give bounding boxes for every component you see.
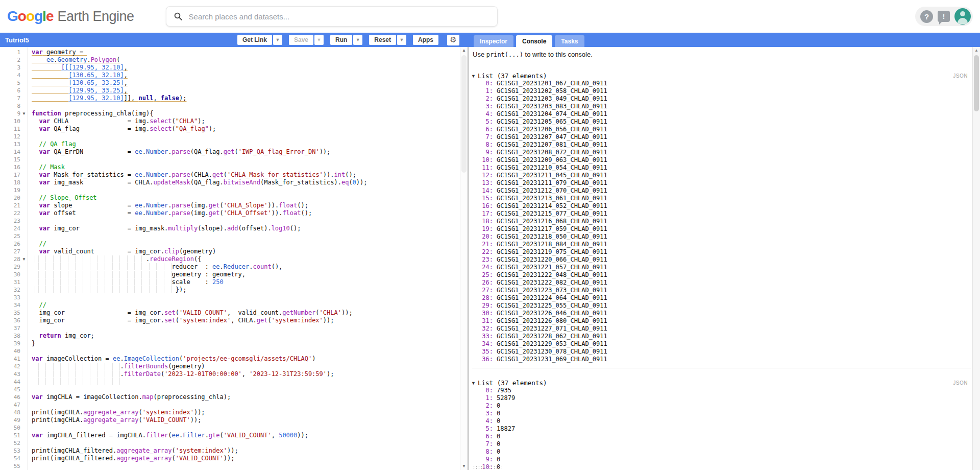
geometry-coordinate-link[interactable]: [[[129.95, 32.10] xyxy=(61,64,124,71)
get-link-button[interactable]: Get Link xyxy=(237,35,272,45)
line-number-label: 24 xyxy=(0,225,20,232)
line-number: 27 xyxy=(0,248,28,255)
code-token: parse xyxy=(172,148,190,155)
console-scroll-up-icon[interactable]: ▲ xyxy=(973,47,980,54)
code-token xyxy=(32,263,172,270)
console-scrollbar[interactable]: ▲ xyxy=(972,47,980,470)
fold-arrow-icon[interactable]: ▼ xyxy=(20,110,28,118)
code-token: , CHLA. xyxy=(231,317,257,324)
code-token: 'CHLA' xyxy=(320,309,341,316)
feedback-icon[interactable]: ! xyxy=(938,11,950,22)
code-line: // Slope、Offset xyxy=(32,194,460,202)
run-button[interactable]: Run xyxy=(330,35,352,45)
geometry-coordinate-link[interactable]: [130.65, 33.25] xyxy=(68,79,124,86)
save-dropdown-icon[interactable]: ▼ xyxy=(314,35,324,45)
code-line: var img_mask = CHLA.updateMask(QA_flag.b… xyxy=(32,179,460,186)
fold-spacer xyxy=(20,393,28,401)
line-number: 33 xyxy=(0,294,28,301)
line-number: 19 xyxy=(0,186,28,194)
console-list-item: 8:GC1SG1_20231207_081_CHLAD_0911 xyxy=(471,141,980,149)
fold-spacer xyxy=(20,363,28,370)
reset-dropdown-icon[interactable]: ▼ xyxy=(397,35,406,45)
code-token: , xyxy=(124,72,128,79)
fold-spacer xyxy=(20,355,28,363)
code-token: ee xyxy=(113,355,120,362)
fold-spacer xyxy=(20,432,28,439)
code-token: // QA flag xyxy=(39,140,76,148)
json-format-label[interactable]: JSON xyxy=(953,73,968,79)
code-token: CHLA = img. xyxy=(50,118,150,125)
fold-spacer xyxy=(20,133,28,140)
code-token: parse xyxy=(172,202,190,209)
list-item-index: 0: xyxy=(478,80,493,87)
code-token: ( xyxy=(224,171,227,178)
collapse-triangle-icon[interactable]: ▼ xyxy=(471,381,478,386)
code-token: . xyxy=(142,209,146,217)
list-item-index: 9: xyxy=(478,456,493,463)
list-item-value: GC1SG1_20231230_078_CHLAD_0911 xyxy=(497,348,607,355)
settings-gear-icon[interactable]: ⚙ xyxy=(447,35,459,45)
line-number-label: 31 xyxy=(0,278,20,286)
tab-inspector[interactable]: Inspector xyxy=(474,35,513,47)
code-token: img_cor = img_cor. xyxy=(32,309,164,316)
console-scroll-thumb[interactable] xyxy=(974,55,979,111)
code-token: ( xyxy=(172,447,176,454)
console-list-item: 11:GC1SG1_20231210_054_CHLAD_0911 xyxy=(471,164,980,172)
list-item-value: GC1SG1_20231204_074_CHLAD_0911 xyxy=(497,110,607,118)
editor-scrollbar[interactable]: ▲ ▼ xyxy=(460,47,468,470)
geometry-coordinate-link[interactable]: [129.95, 33.25] xyxy=(68,87,124,94)
fold-spacer xyxy=(20,340,28,347)
run-dropdown-icon[interactable]: ▼ xyxy=(353,35,362,45)
code-token: (); xyxy=(290,225,301,232)
fold-arrow-icon[interactable]: ▼ xyxy=(20,255,28,263)
line-number-label: 3 xyxy=(0,64,20,72)
save-button[interactable]: Save xyxy=(289,35,313,45)
json-format-label[interactable]: JSON xyxy=(953,380,968,386)
get-link-dropdown-icon[interactable]: ▼ xyxy=(273,35,282,45)
list-item-value: 0 xyxy=(497,402,500,409)
code-token: ( xyxy=(172,455,176,462)
list-item-value: GC1SG1_20231229_053_CHLAD_0911 xyxy=(497,340,607,347)
collapse-triangle-icon[interactable]: ▼ xyxy=(471,74,478,79)
apps-button[interactable]: Apps xyxy=(413,35,438,45)
code-token: geometry : geometry, xyxy=(172,271,246,278)
code-token: var xyxy=(39,118,50,125)
line-number: 31 xyxy=(0,278,28,286)
reset-button[interactable]: Reset xyxy=(369,35,396,45)
help-icon[interactable]: ? xyxy=(920,10,933,23)
list-item-value: 0 xyxy=(497,456,500,463)
line-number-label: 16 xyxy=(0,163,20,171)
list-item-value: GC1SG1_20231217_059_CHLAD_0911 xyxy=(497,225,607,232)
line-number-label: 4 xyxy=(0,72,20,79)
list-item-value: GC1SG1_20231224_064_CHLAD_0911 xyxy=(497,294,607,301)
resize-grip[interactable] xyxy=(473,465,502,469)
editor-scroll-thumb[interactable] xyxy=(461,55,467,173)
line-number: 17 xyxy=(0,171,28,179)
geometry-coordinate-link[interactable]: [130.65, 32.10] xyxy=(68,72,124,79)
search-box[interactable] xyxy=(166,6,498,27)
console-list-item: 19:GC1SG1_20231217_059_CHLAD_0911 xyxy=(471,225,980,233)
code-editor[interactable]: var geometry = ee.Geometry.Polygon( [[[1… xyxy=(28,47,460,470)
list-item-value: 7935 xyxy=(497,387,511,394)
line-number-label: 25 xyxy=(0,232,20,240)
code-token: var xyxy=(32,49,43,56)
code-token: . xyxy=(142,171,146,178)
code-token: ( xyxy=(139,416,142,424)
avatar[interactable] xyxy=(954,8,971,25)
tab-console[interactable]: Console xyxy=(516,35,552,47)
list-item-index: 6: xyxy=(478,126,493,133)
code-token: (geometry) xyxy=(168,363,205,370)
code-token: Number xyxy=(146,148,168,155)
code-line xyxy=(32,347,460,355)
search-input[interactable] xyxy=(189,12,490,21)
geometry-coordinate-link[interactable]: [129.95, 32.10] xyxy=(68,95,124,102)
scroll-down-icon[interactable]: ▼ xyxy=(460,463,468,470)
code-token: (preprocessing_chla); xyxy=(153,393,231,401)
console-list-item: 16:GC1SG1_20231214_052_CHLAD_0911 xyxy=(471,202,980,210)
line-number: 5 xyxy=(0,79,28,87)
scroll-up-icon[interactable]: ▲ xyxy=(460,47,468,54)
tab-tasks[interactable]: Tasks xyxy=(555,35,584,47)
console-list-item: 0:7935 xyxy=(471,387,980,394)
line-number-label: 43 xyxy=(0,370,20,378)
code-line: var QA_flag = img.select("QA_flag"); xyxy=(32,125,460,133)
